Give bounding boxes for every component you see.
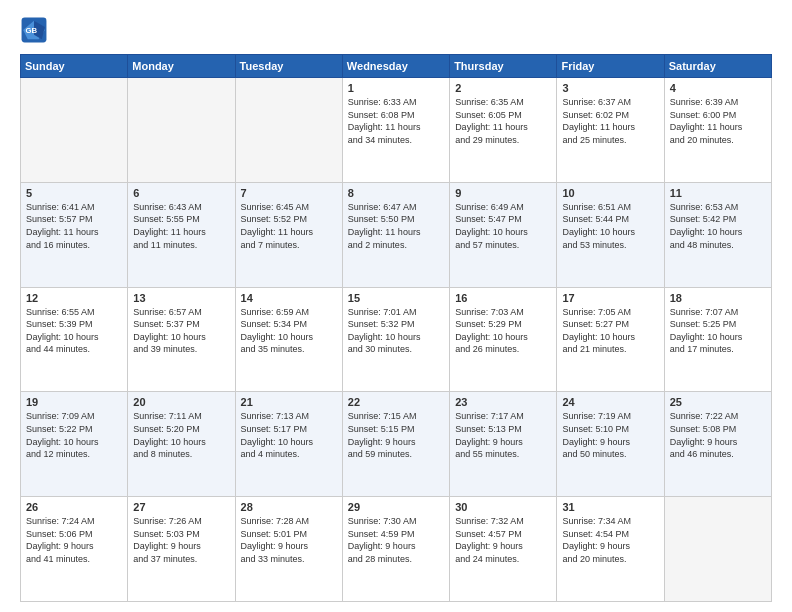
calendar-cell: 3Sunrise: 6:37 AM Sunset: 6:02 PM Daylig… — [557, 78, 664, 183]
day-info: Sunrise: 7:19 AM Sunset: 5:10 PM Dayligh… — [562, 410, 658, 460]
day-number: 15 — [348, 292, 444, 304]
calendar-cell — [235, 78, 342, 183]
day-number: 14 — [241, 292, 337, 304]
calendar-cell: 21Sunrise: 7:13 AM Sunset: 5:17 PM Dayli… — [235, 392, 342, 497]
day-info: Sunrise: 6:45 AM Sunset: 5:52 PM Dayligh… — [241, 201, 337, 251]
calendar-cell: 29Sunrise: 7:30 AM Sunset: 4:59 PM Dayli… — [342, 497, 449, 602]
day-number: 16 — [455, 292, 551, 304]
day-number: 28 — [241, 501, 337, 513]
day-number: 26 — [26, 501, 122, 513]
day-info: Sunrise: 6:53 AM Sunset: 5:42 PM Dayligh… — [670, 201, 766, 251]
day-info: Sunrise: 7:28 AM Sunset: 5:01 PM Dayligh… — [241, 515, 337, 565]
svg-text:GB: GB — [25, 26, 37, 35]
calendar-cell: 11Sunrise: 6:53 AM Sunset: 5:42 PM Dayli… — [664, 182, 771, 287]
calendar-cell: 22Sunrise: 7:15 AM Sunset: 5:15 PM Dayli… — [342, 392, 449, 497]
day-info: Sunrise: 6:55 AM Sunset: 5:39 PM Dayligh… — [26, 306, 122, 356]
calendar-week-row: 12Sunrise: 6:55 AM Sunset: 5:39 PM Dayli… — [21, 287, 772, 392]
calendar-cell: 28Sunrise: 7:28 AM Sunset: 5:01 PM Dayli… — [235, 497, 342, 602]
day-number: 1 — [348, 82, 444, 94]
day-number: 11 — [670, 187, 766, 199]
day-info: Sunrise: 6:39 AM Sunset: 6:00 PM Dayligh… — [670, 96, 766, 146]
day-number: 7 — [241, 187, 337, 199]
calendar-cell: 13Sunrise: 6:57 AM Sunset: 5:37 PM Dayli… — [128, 287, 235, 392]
day-info: Sunrise: 7:22 AM Sunset: 5:08 PM Dayligh… — [670, 410, 766, 460]
calendar-cell — [21, 78, 128, 183]
calendar-cell: 2Sunrise: 6:35 AM Sunset: 6:05 PM Daylig… — [450, 78, 557, 183]
calendar-cell: 1Sunrise: 6:33 AM Sunset: 6:08 PM Daylig… — [342, 78, 449, 183]
day-info: Sunrise: 6:43 AM Sunset: 5:55 PM Dayligh… — [133, 201, 229, 251]
calendar-cell: 17Sunrise: 7:05 AM Sunset: 5:27 PM Dayli… — [557, 287, 664, 392]
col-header-wednesday: Wednesday — [342, 55, 449, 78]
logo-icon: GB — [20, 16, 48, 44]
logo: GB — [20, 16, 52, 44]
day-number: 21 — [241, 396, 337, 408]
calendar-week-row: 19Sunrise: 7:09 AM Sunset: 5:22 PM Dayli… — [21, 392, 772, 497]
calendar-cell: 6Sunrise: 6:43 AM Sunset: 5:55 PM Daylig… — [128, 182, 235, 287]
col-header-tuesday: Tuesday — [235, 55, 342, 78]
day-number: 24 — [562, 396, 658, 408]
day-info: Sunrise: 7:30 AM Sunset: 4:59 PM Dayligh… — [348, 515, 444, 565]
day-number: 22 — [348, 396, 444, 408]
day-number: 5 — [26, 187, 122, 199]
day-number: 29 — [348, 501, 444, 513]
calendar-cell: 18Sunrise: 7:07 AM Sunset: 5:25 PM Dayli… — [664, 287, 771, 392]
day-info: Sunrise: 7:05 AM Sunset: 5:27 PM Dayligh… — [562, 306, 658, 356]
calendar-cell — [128, 78, 235, 183]
calendar-table: SundayMondayTuesdayWednesdayThursdayFrid… — [20, 54, 772, 602]
day-info: Sunrise: 6:35 AM Sunset: 6:05 PM Dayligh… — [455, 96, 551, 146]
day-number: 27 — [133, 501, 229, 513]
day-info: Sunrise: 6:57 AM Sunset: 5:37 PM Dayligh… — [133, 306, 229, 356]
calendar-cell: 23Sunrise: 7:17 AM Sunset: 5:13 PM Dayli… — [450, 392, 557, 497]
calendar-cell: 26Sunrise: 7:24 AM Sunset: 5:06 PM Dayli… — [21, 497, 128, 602]
day-info: Sunrise: 7:15 AM Sunset: 5:15 PM Dayligh… — [348, 410, 444, 460]
calendar-cell: 25Sunrise: 7:22 AM Sunset: 5:08 PM Dayli… — [664, 392, 771, 497]
calendar-cell — [664, 497, 771, 602]
day-number: 18 — [670, 292, 766, 304]
day-info: Sunrise: 7:34 AM Sunset: 4:54 PM Dayligh… — [562, 515, 658, 565]
day-info: Sunrise: 7:26 AM Sunset: 5:03 PM Dayligh… — [133, 515, 229, 565]
calendar-week-row: 1Sunrise: 6:33 AM Sunset: 6:08 PM Daylig… — [21, 78, 772, 183]
day-info: Sunrise: 6:51 AM Sunset: 5:44 PM Dayligh… — [562, 201, 658, 251]
calendar-cell: 16Sunrise: 7:03 AM Sunset: 5:29 PM Dayli… — [450, 287, 557, 392]
day-info: Sunrise: 7:07 AM Sunset: 5:25 PM Dayligh… — [670, 306, 766, 356]
day-number: 9 — [455, 187, 551, 199]
calendar-cell: 31Sunrise: 7:34 AM Sunset: 4:54 PM Dayli… — [557, 497, 664, 602]
day-number: 4 — [670, 82, 766, 94]
day-info: Sunrise: 6:33 AM Sunset: 6:08 PM Dayligh… — [348, 96, 444, 146]
calendar-header-row: SundayMondayTuesdayWednesdayThursdayFrid… — [21, 55, 772, 78]
calendar-cell: 5Sunrise: 6:41 AM Sunset: 5:57 PM Daylig… — [21, 182, 128, 287]
day-number: 23 — [455, 396, 551, 408]
day-info: Sunrise: 6:37 AM Sunset: 6:02 PM Dayligh… — [562, 96, 658, 146]
day-number: 13 — [133, 292, 229, 304]
calendar-cell: 12Sunrise: 6:55 AM Sunset: 5:39 PM Dayli… — [21, 287, 128, 392]
day-info: Sunrise: 7:01 AM Sunset: 5:32 PM Dayligh… — [348, 306, 444, 356]
day-number: 12 — [26, 292, 122, 304]
day-info: Sunrise: 7:03 AM Sunset: 5:29 PM Dayligh… — [455, 306, 551, 356]
day-info: Sunrise: 7:13 AM Sunset: 5:17 PM Dayligh… — [241, 410, 337, 460]
day-number: 30 — [455, 501, 551, 513]
calendar-cell: 10Sunrise: 6:51 AM Sunset: 5:44 PM Dayli… — [557, 182, 664, 287]
calendar-week-row: 5Sunrise: 6:41 AM Sunset: 5:57 PM Daylig… — [21, 182, 772, 287]
calendar-cell: 15Sunrise: 7:01 AM Sunset: 5:32 PM Dayli… — [342, 287, 449, 392]
calendar-cell: 14Sunrise: 6:59 AM Sunset: 5:34 PM Dayli… — [235, 287, 342, 392]
calendar-cell: 8Sunrise: 6:47 AM Sunset: 5:50 PM Daylig… — [342, 182, 449, 287]
day-info: Sunrise: 7:09 AM Sunset: 5:22 PM Dayligh… — [26, 410, 122, 460]
day-number: 3 — [562, 82, 658, 94]
day-info: Sunrise: 6:41 AM Sunset: 5:57 PM Dayligh… — [26, 201, 122, 251]
calendar-cell: 30Sunrise: 7:32 AM Sunset: 4:57 PM Dayli… — [450, 497, 557, 602]
day-number: 8 — [348, 187, 444, 199]
col-header-friday: Friday — [557, 55, 664, 78]
calendar-cell: 20Sunrise: 7:11 AM Sunset: 5:20 PM Dayli… — [128, 392, 235, 497]
calendar-cell: 27Sunrise: 7:26 AM Sunset: 5:03 PM Dayli… — [128, 497, 235, 602]
calendar-cell: 19Sunrise: 7:09 AM Sunset: 5:22 PM Dayli… — [21, 392, 128, 497]
calendar-cell: 9Sunrise: 6:49 AM Sunset: 5:47 PM Daylig… — [450, 182, 557, 287]
day-number: 17 — [562, 292, 658, 304]
col-header-thursday: Thursday — [450, 55, 557, 78]
day-number: 6 — [133, 187, 229, 199]
col-header-monday: Monday — [128, 55, 235, 78]
day-info: Sunrise: 7:32 AM Sunset: 4:57 PM Dayligh… — [455, 515, 551, 565]
day-number: 31 — [562, 501, 658, 513]
header: GB — [20, 16, 772, 44]
day-number: 20 — [133, 396, 229, 408]
day-info: Sunrise: 6:47 AM Sunset: 5:50 PM Dayligh… — [348, 201, 444, 251]
